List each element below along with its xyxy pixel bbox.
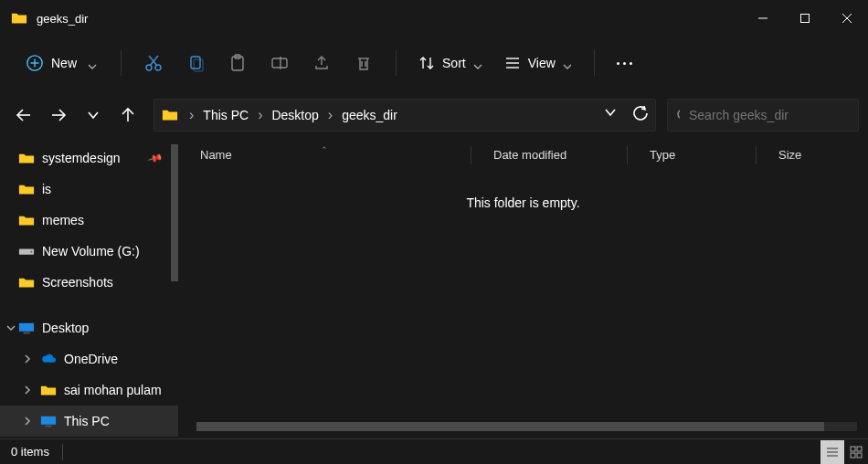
sidebar-item[interactable]: memes — [0, 205, 178, 236]
sidebar-item[interactable]: systemdesign📌 — [0, 142, 178, 174]
column-type[interactable]: Type — [628, 148, 756, 162]
folder-icon — [18, 275, 35, 290]
recent-button[interactable] — [79, 100, 108, 130]
view-button[interactable]: View — [495, 49, 581, 77]
breadcrumb-item[interactable]: geeks_dir — [338, 108, 401, 122]
sidebar-item-label: systemdesign — [42, 151, 121, 165]
address-bar[interactable]: › This PC › Desktop › geeks_dir — [153, 99, 656, 132]
sidebar-item-label: sai mohan pulam — [64, 383, 162, 397]
sidebar-item[interactable]: OneDrive — [0, 343, 178, 374]
sidebar-item[interactable]: New Volume (G:) — [0, 236, 178, 267]
chevron-down-icon — [473, 58, 482, 68]
svg-rect-12 — [194, 59, 203, 71]
column-name[interactable]: Name⌃ — [178, 148, 471, 162]
details-view-button[interactable] — [820, 440, 844, 464]
delete-button[interactable] — [344, 45, 383, 81]
divider — [62, 444, 63, 460]
address-actions — [604, 106, 648, 124]
breadcrumb-item[interactable]: Desktop — [268, 108, 322, 122]
sidebar-item[interactable]: Desktop — [0, 312, 178, 343]
drive-icon — [18, 244, 35, 258]
forward-button[interactable] — [44, 100, 73, 130]
sidebar-item[interactable]: is — [0, 174, 178, 205]
folder-icon — [18, 213, 35, 227]
sidebar-item-label: Desktop — [42, 321, 89, 335]
chevron-right-icon: › — [252, 107, 268, 123]
cut-button[interactable] — [134, 45, 173, 81]
sidebar-item-label: Screenshots — [42, 275, 113, 290]
refresh-button[interactable] — [633, 106, 648, 124]
file-list-area: Name⌃ Date modified Type Size This folde… — [178, 141, 868, 438]
maximize-button[interactable] — [784, 0, 826, 37]
sidebar-item[interactable]: Screenshots — [0, 267, 178, 298]
svg-line-10 — [149, 56, 157, 66]
search-box[interactable] — [667, 99, 859, 132]
rename-button[interactable] — [260, 45, 299, 81]
sidebar-item[interactable]: sai mohan pulam — [0, 374, 178, 406]
back-button[interactable] — [9, 100, 38, 130]
navigation-row: › This PC › Desktop › geeks_dir — [0, 90, 868, 141]
svg-rect-15 — [272, 58, 287, 68]
new-label: New — [51, 56, 77, 70]
column-size[interactable]: Size — [757, 148, 820, 162]
chevron-down-icon — [563, 58, 572, 68]
svg-line-9 — [150, 56, 158, 66]
folder-icon — [18, 182, 35, 196]
navigation-pane: systemdesign📌ismemesNew Volume (G:)Scree… — [0, 141, 178, 438]
svg-rect-36 — [851, 453, 855, 458]
sidebar-item-label: This PC — [64, 414, 110, 428]
pin-icon: 📌 — [147, 150, 164, 166]
chevron-down-icon[interactable] — [604, 106, 617, 124]
horizontal-scrollbar[interactable] — [196, 422, 857, 431]
new-button[interactable]: New — [15, 48, 108, 78]
svg-rect-1 — [801, 15, 810, 23]
close-button[interactable] — [826, 0, 868, 37]
chevron-right-icon: › — [184, 107, 199, 123]
paste-button[interactable] — [218, 45, 257, 81]
chevron-right-icon[interactable] — [20, 385, 35, 395]
search-icon — [677, 109, 680, 122]
svg-rect-35 — [857, 447, 862, 451]
window-controls — [742, 0, 868, 37]
chevron-right-icon: › — [323, 107, 338, 123]
minimize-button[interactable] — [742, 0, 784, 37]
chevron-down-icon — [88, 58, 97, 68]
window-title: geeks_dir — [37, 12, 88, 26]
chevron-down-icon[interactable] — [4, 322, 18, 333]
sidebar-item-label: OneDrive — [64, 352, 118, 366]
svg-point-7 — [146, 65, 152, 70]
scrollbar-thumb[interactable] — [196, 422, 824, 431]
svg-point-26 — [30, 251, 32, 253]
sidebar-item-label: New Volume (G:) — [42, 244, 140, 258]
search-input[interactable] — [689, 108, 849, 122]
folder-icon — [11, 12, 27, 25]
sort-label: Sort — [442, 56, 466, 70]
svg-rect-11 — [191, 57, 200, 69]
folder-icon — [162, 109, 178, 121]
column-date[interactable]: Date modified — [471, 148, 627, 162]
svg-point-23 — [678, 110, 680, 119]
scrollbar[interactable] — [171, 144, 178, 281]
view-toggles — [820, 440, 868, 464]
divider — [594, 50, 595, 76]
up-button[interactable] — [113, 100, 143, 130]
more-button[interactable] — [608, 62, 641, 65]
sidebar-item[interactable]: This PC — [0, 406, 178, 437]
copy-button[interactable] — [176, 45, 215, 81]
chevron-right-icon[interactable] — [20, 416, 35, 427]
status-bar: 0 items — [0, 438, 868, 464]
sort-button[interactable]: Sort — [409, 49, 492, 77]
sidebar-item-label: memes — [42, 213, 84, 227]
empty-folder-message: This folder is empty. — [178, 195, 868, 210]
svg-rect-30 — [45, 425, 51, 427]
view-label: View — [528, 56, 556, 70]
thumbnails-view-button[interactable] — [844, 440, 868, 464]
cloud-icon — [40, 352, 57, 366]
divider — [396, 50, 397, 76]
breadcrumb-item[interactable]: This PC — [199, 108, 252, 122]
svg-rect-34 — [851, 447, 855, 451]
share-button[interactable] — [302, 45, 341, 81]
folder-icon — [18, 151, 35, 165]
toolbar: New Sort View — [0, 37, 868, 90]
chevron-right-icon[interactable] — [20, 353, 35, 364]
